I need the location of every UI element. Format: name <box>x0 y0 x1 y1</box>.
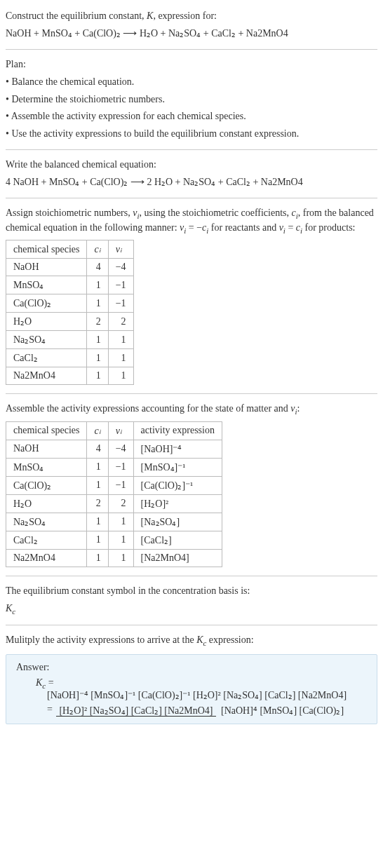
table-row: Na2MnO411[Na2MnO4] <box>6 549 222 567</box>
divider <box>6 49 377 50</box>
balanced-equation: 4 NaOH + MnSO₄ + Ca(ClO)₂ ⟶ 2 H₂O + Na₂S… <box>6 176 377 189</box>
plan-bullet-4: • Use the activity expressions to build … <box>6 128 377 141</box>
table-row: Ca(ClO)₂1−1[Ca(ClO)₂]⁻¹ <box>6 476 222 494</box>
divider <box>6 198 377 198</box>
symbol-line: The equilibrium constant symbol in the c… <box>6 585 377 598</box>
col-ci: cᵢ <box>87 240 108 259</box>
activity-heading: Assemble the activity expressions accoun… <box>6 402 377 417</box>
balanced-heading: Write the balanced chemical equation: <box>6 158 377 172</box>
table-row: H₂O22[H₂O]² <box>6 494 222 513</box>
table-row: Na₂SO₄11 <box>6 331 134 349</box>
intro-line: Construct the equilibrium constant, K, e… <box>6 10 377 23</box>
col-species: chemical species <box>6 240 87 259</box>
kc-equals: Kc = <box>36 677 367 690</box>
intro-k: K <box>147 11 153 21</box>
fraction: [H₂O]² [Na₂SO₄] [CaCl₂] [Na2MnO4] [NaOH]… <box>56 705 347 717</box>
divider <box>6 576 377 576</box>
table-row: MnSO₄1−1[MnSO₄]⁻¹ <box>6 458 222 476</box>
fraction-denominator: [NaOH]⁴ [MnSO₄] [Ca(ClO)₂] <box>218 705 347 716</box>
unbalanced-equation: NaOH + MnSO₄ + Ca(ClO)₂ ⟶ H₂O + Na₂SO₄ +… <box>6 27 377 41</box>
col-vi: νᵢ <box>108 421 133 440</box>
table-row: CaCl₂11[CaCl₂] <box>6 531 222 549</box>
intro-text-c: , expression for: <box>153 11 217 21</box>
table-row: MnSO₄1−1 <box>6 276 134 294</box>
plan-bullet-2: • Determine the stoichiometric numbers. <box>6 93 377 107</box>
expr-line-2: = [H₂O]² [Na₂SO₄] [CaCl₂] [Na2MnO4] [NaO… <box>47 704 367 716</box>
col-ci: cᵢ <box>87 421 108 440</box>
table-row: NaOH4−4[NaOH]⁻⁴ <box>6 440 222 458</box>
col-activity: activity expression <box>133 421 222 440</box>
table-header-row: chemical species cᵢ νᵢ <box>6 240 134 259</box>
divider <box>6 393 377 394</box>
plan-bullet-1: • Balance the chemical equation. <box>6 76 377 89</box>
table-header-row: chemical species cᵢ νᵢ activity expressi… <box>6 421 222 440</box>
plan-bullet-3: • Assemble the activity expression for e… <box>6 110 377 123</box>
stoich-intro: Assign stoichiometric numbers, νi, using… <box>6 207 377 236</box>
kc-symbol: Kc <box>6 602 377 617</box>
table-row: Na2MnO411 <box>6 367 134 385</box>
col-vi: νᵢ <box>108 240 133 259</box>
expr-line-1: [NaOH]⁻⁴ [MnSO₄]⁻¹ [Ca(ClO)₂]⁻¹ [H₂O]² [… <box>47 689 367 701</box>
answer-label: Answer: <box>16 662 367 673</box>
table-row: NaOH4−4 <box>6 259 134 276</box>
multiply-line: Mulitply the activity expressions to arr… <box>6 634 377 649</box>
intro-text-a: Construct the equilibrium constant, <box>6 11 147 21</box>
plan-heading: Plan: <box>6 58 377 72</box>
fraction-numerator: [H₂O]² [Na₂SO₄] [CaCl₂] [Na2MnO4] <box>56 705 215 717</box>
table-row: H₂O22 <box>6 313 134 331</box>
stoich-table: chemical species cᵢ νᵢ NaOH4−4 MnSO₄1−1 … <box>6 240 134 385</box>
divider <box>6 149 377 150</box>
table-row: CaCl₂11 <box>6 349 134 367</box>
col-species: chemical species <box>6 421 87 440</box>
table-row: Na₂SO₄11[Na₂SO₄] <box>6 513 222 531</box>
answer-box: Answer: Kc = [NaOH]⁻⁴ [MnSO₄]⁻¹ [Ca(ClO)… <box>6 654 377 724</box>
table-row: Ca(ClO)₂1−1 <box>6 294 134 313</box>
activity-table: chemical species cᵢ νᵢ activity expressi… <box>6 421 222 567</box>
divider <box>6 625 377 625</box>
